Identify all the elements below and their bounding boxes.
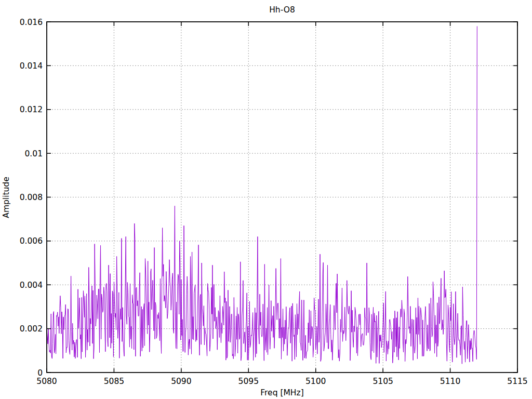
y-tick-label: 0 (37, 368, 43, 378)
x-tick-label: 5085 (104, 377, 124, 386)
y-tick-label: 0.01 (24, 149, 43, 158)
chart-title: Hh-O8 (269, 5, 295, 15)
y-axis-label: Amplitude (2, 177, 11, 218)
x-tick-label: 5095 (238, 377, 259, 386)
chart-container: 5080508550905095510051055110511500.0020.… (0, 0, 532, 399)
y-tick-label: 0.002 (20, 324, 43, 334)
x-tick-label: 5100 (305, 377, 326, 386)
x-tick-label: 5080 (36, 377, 57, 386)
y-tick-label: 0.006 (20, 236, 43, 246)
x-tick-label: 5105 (373, 377, 393, 386)
x-tick-label: 5115 (507, 377, 527, 386)
chart-canvas: 5080508550905095510051055110511500.0020.… (0, 0, 532, 399)
y-tick-label: 0.014 (20, 61, 43, 71)
x-axis-label: Freq [MHz] (260, 388, 303, 397)
x-tick-label: 5090 (171, 377, 191, 386)
spectrum-series (47, 26, 477, 364)
spectrum-line (47, 26, 477, 364)
y-tick-label: 0.016 (20, 18, 43, 27)
y-tick-label: 0.004 (20, 281, 43, 290)
y-tick-label: 0.012 (20, 105, 43, 114)
y-tick-label: 0.008 (20, 193, 43, 202)
x-tick-label: 5110 (440, 377, 460, 386)
